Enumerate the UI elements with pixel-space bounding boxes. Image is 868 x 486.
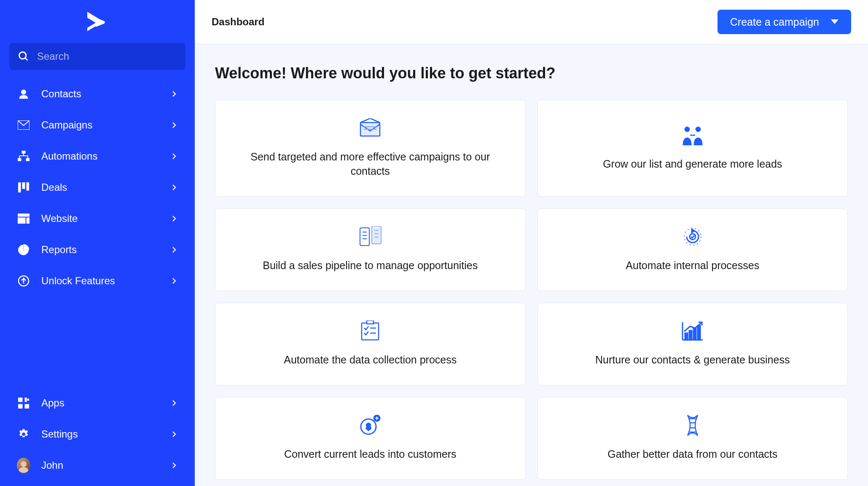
sidebar-item-label: Campaigns xyxy=(41,119,170,131)
svg-rect-44 xyxy=(367,320,374,324)
main-area: Dashboard Create a campaign Welcome! Whe… xyxy=(195,0,868,486)
search-input-wrapper[interactable] xyxy=(9,43,185,70)
nav-secondary: Apps Settings John xyxy=(0,387,195,486)
card-text: Build a sales pipeline to manage opportu… xyxy=(263,259,478,273)
sidebar-item-label: Automations xyxy=(41,150,170,162)
chevron-right-icon xyxy=(170,121,178,129)
mail-icon xyxy=(359,116,382,140)
card-sales-pipeline[interactable]: Build a sales pipeline to manage opportu… xyxy=(215,208,526,291)
people-icon xyxy=(680,123,705,147)
svg-rect-52 xyxy=(698,326,700,340)
card-gather-data[interactable]: Gather better data from our contacts xyxy=(537,397,848,480)
svg-rect-19 xyxy=(25,398,27,402)
svg-rect-11 xyxy=(18,182,21,192)
person-icon xyxy=(17,87,30,101)
cycle-icon xyxy=(682,225,704,248)
svg-rect-10 xyxy=(26,158,30,161)
svg-line-1 xyxy=(25,58,28,61)
svg-text:$: $ xyxy=(366,422,371,431)
sidebar-item-deals[interactable]: Deals xyxy=(9,172,185,203)
svg-rect-4 xyxy=(22,151,25,153)
search-input[interactable] xyxy=(37,51,177,62)
automation-icon xyxy=(17,150,30,163)
checklist-icon xyxy=(360,319,380,343)
browser-icon xyxy=(17,212,30,225)
svg-point-27 xyxy=(685,127,690,132)
chevron-right-icon xyxy=(170,152,178,160)
sidebar-item-reports[interactable]: Reports xyxy=(9,234,185,265)
dna-icon xyxy=(684,414,701,437)
svg-rect-21 xyxy=(18,404,22,409)
sidebar-item-label: Deals xyxy=(41,182,170,193)
sidebar-item-label: Website xyxy=(41,213,170,224)
card-text: Gather better data from our contacts xyxy=(607,447,777,462)
sidebar-item-automations[interactable]: Automations xyxy=(9,141,185,172)
create-campaign-button[interactable]: Create a campaign xyxy=(718,10,851,34)
sidebar-item-contacts[interactable]: Contacts xyxy=(9,78,185,109)
svg-rect-50 xyxy=(689,331,692,340)
card-text: Automate internal processes xyxy=(626,259,759,273)
sidebar-item-apps[interactable]: Apps xyxy=(9,387,185,419)
svg-rect-18 xyxy=(18,398,22,402)
svg-rect-32 xyxy=(360,228,369,246)
topbar: Dashboard Create a campaign xyxy=(195,0,868,44)
svg-rect-16 xyxy=(27,218,30,224)
sidebar-item-label: Apps xyxy=(41,397,170,409)
svg-rect-49 xyxy=(685,333,688,340)
sidebar-item-campaigns[interactable]: Campaigns xyxy=(9,109,185,141)
card-text: Grow our list and generate more leads xyxy=(603,157,782,171)
sidebar-item-label: Unlock Features xyxy=(41,275,170,287)
content: Welcome! Where would you like to get sta… xyxy=(195,44,868,486)
chevron-right-icon xyxy=(170,462,178,469)
welcome-heading: Welcome! Where would you like to get sta… xyxy=(215,64,848,82)
card-grid: Send targeted and more effective campaig… xyxy=(215,100,848,480)
envelope-icon xyxy=(17,118,30,132)
logo[interactable] xyxy=(0,0,195,43)
caret-down-icon xyxy=(831,19,838,24)
chevron-right-icon xyxy=(170,246,178,254)
chevron-right-icon xyxy=(170,184,178,191)
gear-icon xyxy=(17,427,30,441)
chevron-right-icon xyxy=(170,399,178,407)
search-icon xyxy=(18,51,30,62)
sidebar: Contacts Campaigns Automations xyxy=(0,0,195,486)
card-text: Nurture our contacts & generate business xyxy=(595,353,790,367)
svg-marker-41 xyxy=(692,229,694,232)
sidebar-item-label: Contacts xyxy=(41,88,170,100)
card-automate-internal[interactable]: Automate internal processes xyxy=(537,208,848,291)
card-grow-list[interactable]: Grow our list and generate more leads xyxy=(537,100,848,197)
sidebar-item-website[interactable]: Website xyxy=(9,203,185,234)
unlock-icon xyxy=(17,274,30,288)
page-title: Dashboard xyxy=(212,16,264,28)
svg-point-28 xyxy=(696,127,701,132)
svg-rect-9 xyxy=(18,158,21,161)
svg-rect-51 xyxy=(693,328,696,340)
svg-line-31 xyxy=(693,134,694,136)
chevron-right-icon xyxy=(170,90,178,98)
chevron-right-icon xyxy=(170,430,178,438)
card-automate-data[interactable]: Automate the data collection process xyxy=(215,303,526,385)
sidebar-item-user[interactable]: John xyxy=(9,450,185,481)
svg-line-30 xyxy=(691,134,692,136)
card-convert-leads[interactable]: $ Convert current leads into customers xyxy=(215,397,526,480)
svg-rect-14 xyxy=(18,214,30,216)
pie-icon xyxy=(17,243,30,256)
avatar xyxy=(17,459,30,472)
dollar-icon: $ xyxy=(358,414,382,437)
chevron-right-icon xyxy=(170,277,178,285)
sidebar-item-label: Reports xyxy=(41,244,170,256)
chevron-right-icon xyxy=(170,215,178,222)
sidebar-item-unlock[interactable]: Unlock Features xyxy=(9,265,185,296)
pipeline-icon xyxy=(357,225,383,248)
card-nurture-contacts[interactable]: Nurture our contacts & generate business xyxy=(537,303,848,385)
columns-icon xyxy=(17,181,30,194)
card-text: Send targeted and more effective campaig… xyxy=(235,150,505,179)
nav-primary: Contacts Campaigns Automations xyxy=(0,76,195,387)
svg-rect-15 xyxy=(18,218,25,224)
sidebar-item-label: Settings xyxy=(41,428,170,440)
card-text: Automate the data collection process xyxy=(284,353,457,367)
chart-icon xyxy=(681,319,704,343)
card-send-campaigns[interactable]: Send targeted and more effective campaig… xyxy=(215,100,526,197)
sidebar-item-settings[interactable]: Settings xyxy=(9,419,185,450)
cta-label: Create a campaign xyxy=(730,16,819,28)
